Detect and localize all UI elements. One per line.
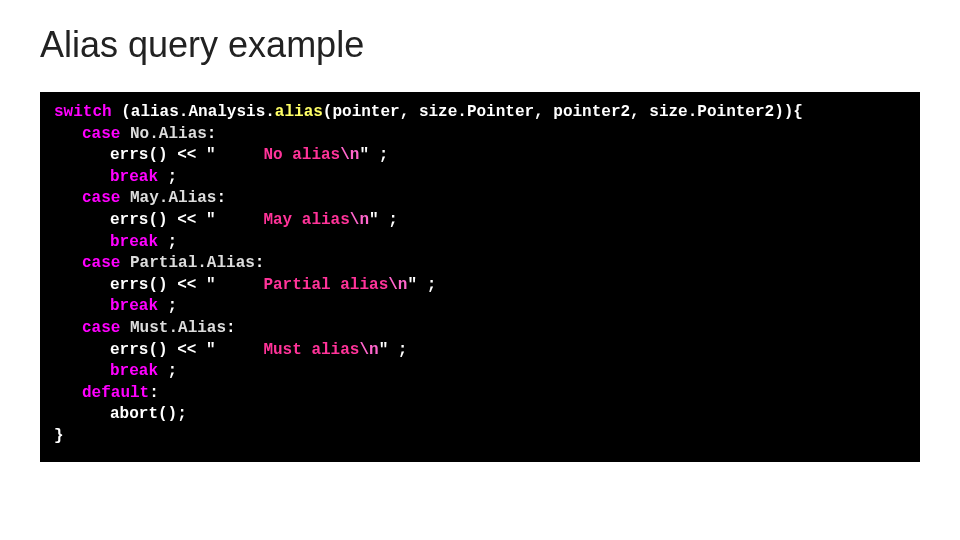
code-line-break: break ; — [54, 296, 906, 318]
code-line-close: } — [54, 426, 906, 448]
code-line-default: default: — [54, 383, 906, 405]
code-line-break: break ; — [54, 232, 906, 254]
code-line-abort: abort(); — [54, 404, 906, 426]
code-line-case: case Must.Alias: — [54, 318, 906, 340]
code-line-errs: errs() << " May alias\n" ; — [54, 210, 906, 232]
code-line-break: break ; — [54, 361, 906, 383]
code-line-errs: errs() << " No alias\n" ; — [54, 145, 906, 167]
code-line-case: case Partial.Alias: — [54, 253, 906, 275]
keyword-switch: switch — [54, 103, 112, 121]
code-line-case: case No.Alias: — [54, 124, 906, 146]
slide: Alias query example switch (alias.Analys… — [0, 0, 960, 540]
fn-alias: alias — [275, 103, 323, 121]
code-line-case: case May.Alias: — [54, 188, 906, 210]
code-line-errs: errs() << " Must alias\n" ; — [54, 340, 906, 362]
code-line-switch: switch (alias.Analysis.alias(pointer, si… — [54, 102, 906, 124]
code-block: switch (alias.Analysis.alias(pointer, si… — [40, 92, 920, 462]
slide-title: Alias query example — [40, 24, 920, 66]
code-line-break: break ; — [54, 167, 906, 189]
code-line-errs: errs() << " Partial alias\n" ; — [54, 275, 906, 297]
